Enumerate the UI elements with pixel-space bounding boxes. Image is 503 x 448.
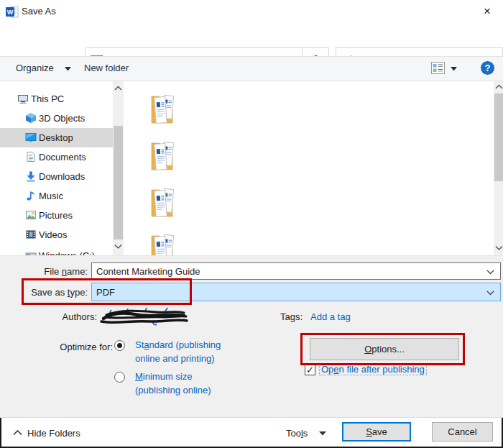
authors-redacted-scribble	[99, 307, 190, 326]
tools-chevron-down-icon[interactable]	[319, 431, 326, 436]
sidebar-item-3d-objects[interactable]: 3D Objects	[0, 109, 113, 128]
optimize-for-label: Optimize for:	[29, 342, 113, 352]
svg-text:W: W	[7, 9, 14, 16]
view-mode-icon[interactable]	[431, 62, 445, 74]
tools-button[interactable]: Tools	[286, 428, 308, 439]
desktop-icon	[25, 132, 37, 143]
save-as-type-chevron-down-icon[interactable]	[486, 291, 494, 296]
scroll-down-icon[interactable]	[114, 244, 122, 252]
save-as-type-value: PDF	[96, 287, 115, 298]
title-bar: W Save As ×	[0, 0, 503, 23]
music-note-icon	[25, 190, 37, 201]
sidebar-item-music[interactable]: Music	[0, 186, 113, 206]
save-as-type-select[interactable]: PDF	[91, 283, 501, 301]
sidebar-label: Downloads	[39, 171, 85, 182]
file-name-value: Content Marketing Guide	[96, 266, 200, 277]
scroll-down-icon[interactable]	[495, 245, 503, 254]
file-name-chevron-down-icon[interactable]	[486, 270, 494, 275]
scroll-up-icon[interactable]	[495, 84, 503, 93]
options-button[interactable]: Options...	[310, 338, 459, 360]
authors-label: Authors:	[29, 311, 97, 322]
word-app-icon: W	[6, 6, 19, 18]
sidebar-item-downloads[interactable]: Downloads	[0, 167, 113, 186]
picture-icon	[25, 209, 37, 221]
new-folder-button[interactable]: New folder	[84, 63, 129, 73]
window-title: Save As	[22, 6, 56, 17]
standard-radio[interactable]	[114, 340, 125, 351]
organize-button[interactable]: Organize	[16, 63, 54, 73]
sidebar-label: Desktop	[39, 132, 73, 143]
sidebar-item-videos[interactable]: Videos	[0, 225, 113, 244]
sidebar-label: Documents	[39, 152, 86, 163]
minimum-size-radio-label-line2[interactable]: (publishing online)	[135, 385, 211, 396]
sidebar-label: Windows (C:)	[39, 250, 95, 255]
cancel-button[interactable]: Cancel	[432, 422, 493, 442]
close-icon[interactable]: ×	[477, 3, 497, 20]
footer-divider	[0, 417, 503, 418]
sidebar-label: Music	[39, 191, 63, 201]
sidebar-scrollbar[interactable]	[113, 81, 124, 255]
sidebar-label: Videos	[39, 229, 68, 240]
sidebar-label: 3D Objects	[39, 113, 85, 124]
save-button[interactable]: Save	[342, 422, 411, 442]
organize-chevron-down-icon[interactable]	[65, 67, 71, 71]
open-after-publish-label[interactable]: Open file after publishing	[319, 363, 427, 375]
filelist-scrollbar[interactable]	[494, 81, 503, 255]
save-as-dialog: W Save As × ← → ↑ › This PC › Desktop	[0, 0, 503, 448]
hide-folders-button[interactable]: Hide Folders	[27, 428, 80, 439]
sidebar-label: Pictures	[39, 210, 73, 221]
help-icon[interactable]: ?	[481, 61, 494, 75]
folder-with-word-docs-icon[interactable]	[150, 137, 177, 172]
filelist-scrollbar-thumb[interactable]	[494, 93, 503, 181]
view-mode-chevron-down-icon[interactable]	[451, 67, 457, 71]
drive-icon	[25, 250, 37, 255]
sidebar-label: This PC	[31, 93, 64, 104]
sidebar-item-this-pc[interactable]: This PC	[0, 89, 113, 109]
sidebar-item-pictures[interactable]: Pictures	[0, 206, 113, 225]
add-a-tag-link[interactable]: Add a tag	[310, 311, 351, 322]
video-icon	[25, 229, 37, 240]
scroll-up-icon[interactable]	[114, 86, 122, 94]
standard-radio-label[interactable]: Standard (publishing	[135, 339, 221, 350]
check-icon: ✓	[306, 365, 314, 375]
document-icon	[25, 151, 37, 163]
download-arrow-icon	[25, 170, 37, 182]
file-browser: This PC 3D Objects Desktop Documents	[0, 81, 503, 255]
sidebar-scrollbar-thumb[interactable]	[114, 126, 123, 239]
folder-with-word-docs-icon[interactable]	[150, 230, 177, 255]
command-toolbar	[0, 56, 503, 81]
sidebar-item-windows-c[interactable]: Windows (C:)	[0, 246, 113, 255]
minimum-size-radio[interactable]	[114, 372, 125, 383]
standard-radio-label-line2[interactable]: online and printing)	[135, 353, 215, 364]
hide-folders-chevron-up-icon[interactable]	[13, 430, 22, 436]
minimum-size-radio-label[interactable]: Minimum size	[135, 371, 192, 382]
folder-with-word-docs-icon[interactable]	[150, 184, 177, 219]
sidebar-item-documents[interactable]: Documents	[0, 147, 113, 167]
navigation-bar: ← → ↑ › This PC › Desktop Search Desktop	[0, 23, 503, 56]
pc-icon	[17, 93, 29, 104]
file-name-input[interactable]: Content Marketing Guide	[91, 262, 501, 280]
file-name-label: File name:	[14, 266, 88, 277]
folder-with-word-docs-icon[interactable]	[150, 91, 177, 125]
sidebar-item-desktop[interactable]: Desktop	[0, 128, 113, 147]
save-as-type-label: Save as type:	[14, 287, 88, 298]
open-after-publish-checkbox[interactable]: ✓	[305, 365, 315, 375]
tags-label: Tags:	[280, 311, 303, 322]
cube-icon	[25, 112, 37, 124]
